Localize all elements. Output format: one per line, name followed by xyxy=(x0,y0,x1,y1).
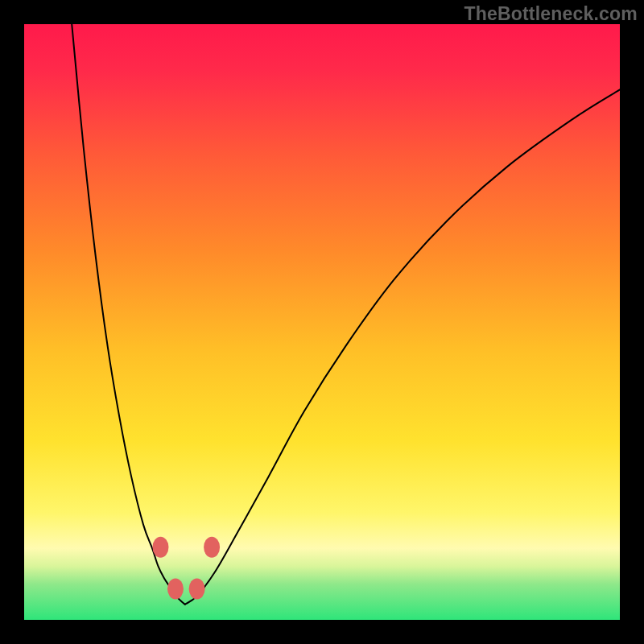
chart-plot-area xyxy=(24,24,620,620)
marker-right-upper xyxy=(204,537,220,558)
gradient-background xyxy=(24,24,620,620)
marker-left-upper xyxy=(152,537,168,558)
attribution-text: TheBottleneck.com xyxy=(464,3,638,25)
marker-right-lower xyxy=(189,579,205,600)
bottleneck-chart xyxy=(24,24,620,620)
marker-left-lower xyxy=(167,579,184,600)
